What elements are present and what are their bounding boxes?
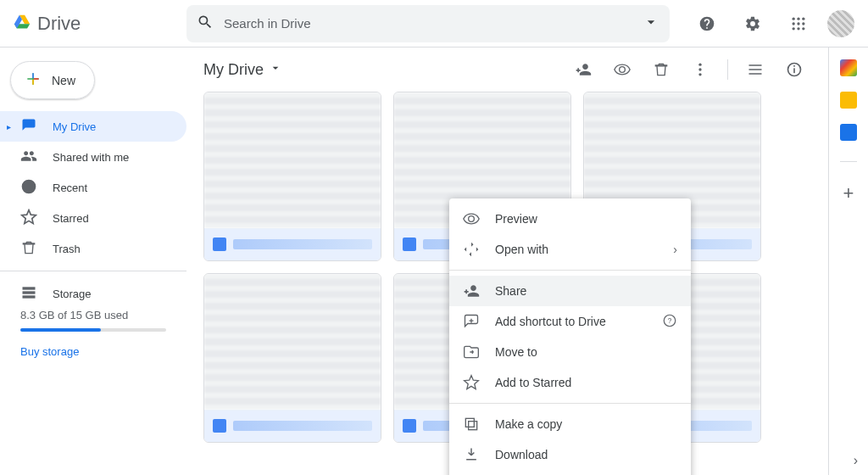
- account-avatar[interactable]: [827, 10, 854, 37]
- app-header: Drive Search in Drive: [0, 0, 868, 48]
- clock-icon: [20, 178, 37, 198]
- nav-storage[interactable]: Storage: [0, 278, 186, 309]
- storage-bar-fill: [20, 328, 101, 332]
- side-panel: + ›: [829, 48, 868, 475]
- list-view-button[interactable]: [738, 53, 772, 87]
- file-footer: [204, 228, 381, 260]
- moveto-icon: [463, 344, 480, 360]
- svg-rect-24: [465, 418, 474, 427]
- svg-point-16: [698, 68, 701, 70]
- menu-divider: [449, 403, 691, 404]
- file-card[interactable]: [203, 92, 381, 261]
- sidebar: New My Drive Shared with me Recent Starr…: [0, 48, 186, 475]
- svg-point-17: [698, 73, 701, 75]
- svg-rect-20: [793, 65, 795, 67]
- buy-storage-link[interactable]: Buy storage: [20, 345, 166, 358]
- ctx-move-to[interactable]: Move to: [449, 337, 691, 367]
- ctx-preview[interactable]: Preview: [449, 204, 691, 234]
- menu-divider: [449, 270, 691, 271]
- svg-rect-14: [23, 295, 36, 298]
- nav-label: Starred: [53, 212, 89, 225]
- tasks-app-icon[interactable]: [840, 124, 857, 141]
- delete-button[interactable]: [644, 53, 678, 87]
- settings-button[interactable]: [736, 7, 770, 41]
- svg-point-10: [797, 27, 799, 30]
- calendar-app-icon[interactable]: [840, 59, 857, 76]
- shortcut-icon: [463, 313, 480, 330]
- nav-recent[interactable]: Recent: [0, 172, 186, 203]
- search-bar[interactable]: Search in Drive: [186, 5, 670, 42]
- ctx-label: Open with: [495, 243, 673, 256]
- nav-list: My Drive Shared with me Recent Starred T…: [0, 111, 186, 264]
- details-button[interactable]: [777, 53, 811, 87]
- svg-rect-23: [469, 422, 477, 430]
- ctx-add-starred[interactable]: Add to Starred: [449, 367, 691, 398]
- chevron-right-icon: ›: [673, 243, 677, 256]
- svg-point-6: [793, 22, 795, 25]
- chevron-down-icon: [269, 61, 282, 79]
- add-addon-button[interactable]: +: [843, 182, 854, 204]
- svg-point-3: [793, 17, 795, 20]
- people-icon: [20, 148, 37, 167]
- search-icon: [197, 14, 214, 34]
- search-options-icon[interactable]: [643, 14, 659, 34]
- svg-point-11: [802, 27, 804, 30]
- context-menu: Preview Open with› Share Add shortcut to…: [449, 198, 691, 475]
- new-button[interactable]: New: [10, 61, 95, 99]
- svg-point-5: [802, 17, 804, 20]
- svg-rect-19: [793, 68, 795, 73]
- help-icon[interactable]: ?: [662, 313, 677, 331]
- file-name-redacted: [233, 239, 372, 249]
- nav-my-drive[interactable]: My Drive: [0, 111, 186, 142]
- nav-label: My Drive: [53, 120, 96, 133]
- ctx-label: Download: [495, 448, 677, 461]
- storage-icon: [20, 284, 37, 304]
- nav-trash[interactable]: Trash: [0, 233, 186, 264]
- product-name: Drive: [37, 13, 81, 35]
- drive-logo-icon: [14, 14, 31, 34]
- logo-block[interactable]: Drive: [14, 13, 186, 35]
- svg-point-15: [698, 64, 701, 66]
- expand-panel-button[interactable]: ›: [854, 453, 858, 468]
- divider: [840, 161, 857, 162]
- nav-starred[interactable]: Starred: [0, 203, 186, 233]
- share-button[interactable]: [566, 53, 600, 87]
- openwith-icon: [463, 241, 480, 258]
- ctx-open-with[interactable]: Open with›: [449, 234, 691, 265]
- help-button[interactable]: [690, 7, 724, 41]
- header-actions: [690, 7, 854, 41]
- ctx-download[interactable]: Download: [449, 439, 691, 470]
- ctx-label: Add to Starred: [495, 376, 677, 389]
- search-placeholder: Search in Drive: [224, 16, 643, 31]
- nav-shared[interactable]: Shared with me: [0, 142, 186, 172]
- file-card[interactable]: [203, 273, 381, 443]
- file-thumbnail: [204, 92, 381, 228]
- drive-icon: [20, 117, 37, 137]
- location-breadcrumb[interactable]: My Drive: [203, 61, 282, 79]
- keep-app-icon[interactable]: [840, 92, 857, 109]
- ctx-label: Move to: [495, 345, 677, 359]
- storage-used-text: 8.3 GB of 15 GB used: [20, 309, 166, 321]
- storage-section: 8.3 GB of 15 GB used Buy storage: [0, 309, 186, 358]
- file-grid: Preview Open with› Share Add shortcut to…: [186, 92, 828, 475]
- storage-bar: [20, 328, 166, 332]
- docs-icon: [213, 419, 226, 433]
- ctx-add-shortcut[interactable]: Add shortcut to Drive?: [449, 306, 691, 337]
- divider: [0, 271, 186, 271]
- svg-rect-13: [23, 291, 36, 293]
- svg-rect-12: [23, 287, 36, 289]
- apps-button[interactable]: [782, 7, 815, 41]
- ctx-label: Preview: [495, 212, 677, 226]
- preview-button[interactable]: [605, 53, 639, 87]
- more-button[interactable]: [683, 53, 717, 87]
- new-label: New: [52, 74, 75, 87]
- divider: [727, 59, 728, 80]
- star-icon: [20, 209, 37, 228]
- ctx-share[interactable]: Share: [449, 276, 691, 306]
- toolbar: My Drive: [186, 48, 828, 92]
- svg-point-8: [802, 22, 804, 25]
- docs-icon: [403, 238, 416, 251]
- ctx-label: Add shortcut to Drive: [495, 315, 662, 328]
- ctx-make-copy[interactable]: Make a copy: [449, 409, 691, 439]
- svg-text:?: ?: [668, 317, 672, 325]
